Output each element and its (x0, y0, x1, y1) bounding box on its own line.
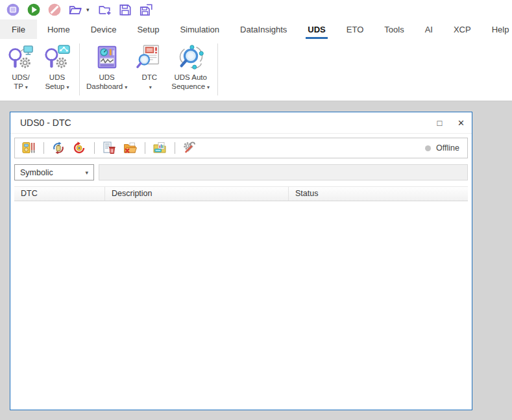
tab-tools[interactable]: Tools (374, 19, 414, 39)
chevron-down-icon: ▾ (25, 84, 28, 90)
tab-label: AI (425, 25, 433, 34)
uds-dashboard-icon (93, 43, 121, 72)
save-as-button[interactable] (139, 3, 153, 17)
save-icon (118, 3, 132, 17)
window-titlebar[interactable]: UDS0 - DTC □ ✕ (10, 112, 472, 134)
tab-datainsights[interactable]: DataInsights (230, 19, 297, 39)
toolbar-separator (175, 142, 175, 154)
ribbon-button-label: Dashboard (86, 82, 123, 90)
start-button[interactable] (27, 3, 41, 17)
dtc-filter-input[interactable] (99, 164, 468, 180)
mdi-workspace: UDS0 - DTC □ ✕ (0, 101, 512, 420)
tab-label: Simulation (180, 25, 219, 34)
tab-device[interactable]: Device (80, 19, 127, 39)
tab-label: File (12, 25, 25, 34)
dtc-toolbar: Offline (14, 138, 468, 158)
app-logo-button[interactable] (6, 3, 20, 17)
uds-setup-icon (43, 43, 71, 72)
open-folder-icon (68, 3, 82, 17)
new-folder-icon (97, 3, 112, 17)
close-folder-icon (123, 141, 137, 155)
chevron-down-icon: ▾ (207, 84, 210, 90)
new-configuration-button[interactable] (97, 3, 112, 17)
column-header-status[interactable]: Status (288, 187, 468, 201)
ribbon-separator (217, 43, 218, 95)
ribbon-content-uds: UDS/ TP▾ UDS Setup▾ (0, 39, 512, 101)
uds-dashboard-button[interactable]: UDS Dashboard▾ (83, 42, 130, 93)
chevron-down-icon: ▾ (149, 84, 152, 90)
display-format-value: Symbolic (20, 168, 53, 177)
clear-dtc-button[interactable] (71, 140, 87, 156)
dtc-table-header: DTC Description Status (14, 186, 468, 201)
ribbon-button-label: UDS/ (12, 73, 29, 81)
uds0-dtc-window: UDS0 - DTC □ ✕ (10, 112, 472, 410)
tab-setup[interactable]: Setup (127, 19, 169, 39)
tab-home[interactable]: Home (37, 19, 80, 39)
uds-tp-icon (7, 43, 34, 72)
ribbon-separator (79, 43, 80, 95)
window-title: UDS0 - DTC (20, 117, 71, 128)
tab-label: XCP (454, 25, 471, 34)
offline-status-dot (425, 145, 431, 151)
tab-label: Device (91, 25, 117, 34)
tab-label: Home (47, 25, 70, 34)
tab-file[interactable]: File (0, 19, 37, 39)
start-icon (27, 3, 41, 17)
cyclic-read-button[interactable] (51, 140, 66, 156)
abort-button[interactable] (47, 3, 62, 17)
quick-access-toolbar: ▾ (0, 0, 512, 19)
dtc-table-body (14, 201, 468, 410)
uds-auto-sequence-button[interactable]: UDS Auto Sequence▾ (168, 42, 213, 93)
connection-status: Offline (425, 143, 461, 153)
close-folder-button[interactable] (122, 140, 138, 156)
save-button[interactable] (118, 3, 132, 17)
maximize-button[interactable]: □ (429, 112, 450, 133)
tab-xcp[interactable]: XCP (443, 19, 482, 39)
clear-dtc-icon (72, 141, 86, 155)
data-report-icon (152, 141, 167, 155)
tab-help[interactable]: Help (482, 19, 512, 39)
ribbon-button-label: UDS (99, 73, 115, 81)
tab-label: Help (492, 25, 509, 34)
settings-button[interactable] (182, 140, 197, 156)
dtc-icon (136, 43, 163, 72)
ribbon-button-label: DTC (141, 73, 157, 81)
dtc-table: DTC Description Status (14, 186, 468, 410)
delete-list-button[interactable] (101, 140, 117, 156)
save-as-icon (139, 3, 153, 17)
tab-label: ETO (347, 25, 364, 34)
uds-auto-sequence-icon (177, 43, 204, 72)
abort-icon (47, 3, 62, 17)
cyclic-read-icon (51, 141, 66, 155)
tab-label: UDS (308, 25, 325, 34)
multimeter-icon (21, 141, 36, 155)
close-button[interactable]: ✕ (450, 112, 472, 133)
display-format-select[interactable]: Symbolic ▾ (14, 164, 94, 180)
uds-setup-button[interactable]: UDS Setup▾ (40, 42, 75, 93)
tab-eto[interactable]: ETO (336, 19, 374, 39)
ribbon-button-label: Sequence (171, 82, 205, 90)
open-file-dropdown-caret[interactable]: ▾ (86, 6, 90, 13)
tab-uds[interactable]: UDS (297, 19, 335, 39)
read-dtc-button[interactable] (21, 140, 36, 156)
chevron-down-icon: ▾ (125, 84, 127, 90)
chevron-down-icon: ▾ (85, 169, 88, 176)
uds-tp-button[interactable]: UDS/ TP▾ (3, 42, 38, 93)
column-header-description[interactable]: Description (104, 187, 288, 201)
open-file-button[interactable] (68, 3, 82, 17)
app-logo-icon (6, 3, 20, 17)
tab-label: Tools (384, 25, 404, 34)
tab-ai[interactable]: AI (415, 19, 443, 39)
chevron-down-icon: ▾ (67, 84, 69, 90)
tab-label: DataInsights (240, 25, 287, 34)
column-header-dtc[interactable]: DTC (14, 187, 104, 201)
dtc-button[interactable]: DTC ▾ (132, 42, 167, 93)
data-report-button[interactable] (152, 140, 167, 156)
tab-simulation[interactable]: Simulation (169, 19, 230, 39)
ribbon-button-label: TP (14, 82, 23, 90)
toolbar-separator (145, 142, 145, 154)
tab-label: Setup (137, 25, 159, 34)
ribbon-tab-bar: File Home Device Setup Simulation DataIn… (0, 19, 512, 39)
ribbon-button-label: Setup (45, 82, 64, 90)
offline-status-label: Offline (436, 143, 459, 153)
